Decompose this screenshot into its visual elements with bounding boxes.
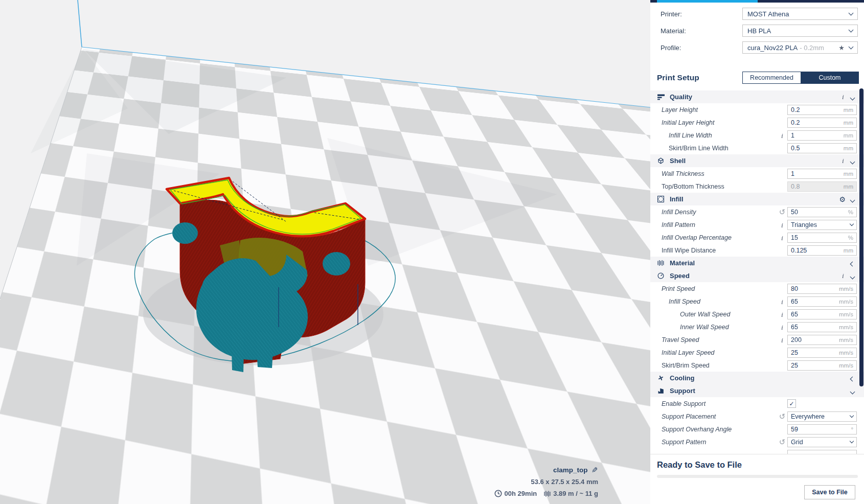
setting-input[interactable]: 1mm	[787, 130, 857, 141]
printer-label: Printer:	[661, 10, 742, 18]
setting-input[interactable]: 0.8mm	[787, 181, 857, 192]
profile-row: Profile: cura_Nov22 PLA - 0.2mm ★	[661, 41, 858, 54]
speed-icon	[657, 272, 667, 279]
chevron-down-icon[interactable]	[848, 271, 857, 281]
chevron-down-icon[interactable]	[848, 195, 857, 204]
setting-dropdown[interactable]: Everywhere	[787, 411, 857, 422]
build-plate-edge-left	[0, 47, 82, 299]
save-to-file-button[interactable]: Save to File	[804, 485, 855, 499]
info-icon[interactable]: i	[838, 272, 848, 280]
setting-label: Infill Wipe Distance	[650, 247, 777, 254]
setting-input[interactable]: 50%	[787, 207, 857, 217]
setting-input[interactable]: 0.5mm	[787, 143, 857, 153]
setting-input[interactable]: 0.2mm	[787, 105, 857, 115]
printer-select[interactable]: MOST Athena	[742, 8, 858, 20]
section-title: Infill	[670, 195, 839, 203]
setting-input[interactable]: 0.2mm	[787, 118, 857, 128]
setting-input[interactable]: 0.125mm	[787, 245, 857, 256]
chevron-down-icon[interactable]	[848, 386, 857, 396]
info-icon[interactable]: i	[781, 336, 783, 344]
3d-viewport[interactable]: clamp_top ✎ 53.6 x 27.5 x 25.4 mm 00h 29…	[0, 0, 650, 504]
section-title: Material	[670, 259, 848, 267]
status-text: Ready to Save to File	[657, 460, 864, 470]
setting-input[interactable]: 80mm/s	[787, 284, 857, 294]
setting-input[interactable]: 65mm/s	[787, 322, 857, 332]
setting-label: Enable Support	[650, 400, 777, 407]
chevron-down-icon	[850, 413, 854, 417]
model-dimensions: 53.6 x 27.5 x 25.4 mm	[494, 476, 598, 488]
chevron-down-icon[interactable]	[848, 93, 857, 102]
info-icon[interactable]: i	[838, 93, 848, 101]
setting-row-infill-speed: Infill Speedi65mm/s	[650, 295, 864, 308]
undo-icon[interactable]: ↺	[779, 208, 786, 216]
setting-label: Infill Overlap Percentage	[650, 234, 777, 241]
setting-input[interactable]: 1mm	[787, 169, 857, 179]
infill-icon	[657, 196, 667, 202]
tab-recommended[interactable]: Recommended	[742, 72, 801, 84]
info-icon[interactable]: i	[781, 132, 783, 140]
setting-label: Support Overhang Angle	[650, 426, 777, 433]
setting-label: Wall Thickness	[650, 170, 777, 177]
checkbox[interactable]: ✓	[787, 399, 796, 408]
star-icon[interactable]: ★	[838, 44, 845, 52]
tab-custom[interactable]: Custom	[801, 72, 859, 84]
profile-value: cura_Nov22 PLA	[747, 44, 798, 52]
profile-select[interactable]: cura_Nov22 PLA - 0.2mm ★	[742, 41, 858, 54]
undo-icon[interactable]: ↺	[779, 412, 786, 421]
chevron-left-icon[interactable]	[848, 374, 857, 383]
info-icon[interactable]: i	[781, 234, 783, 242]
setting-input[interactable]: 65mm/s	[787, 296, 857, 307]
material-select[interactable]: HB PLA	[742, 25, 858, 37]
chevron-down-icon	[850, 221, 854, 225]
section-header-shell[interactable]: Shelli	[650, 154, 864, 167]
setting-label: Infill Line Width	[650, 132, 777, 139]
setting-label: Layer Height	[650, 106, 777, 113]
setting-input[interactable]: 59°	[787, 424, 857, 434]
setting-row-support-placement: Support Placement↺Everywhere	[650, 410, 864, 423]
material-row: Material: HB PLA	[661, 25, 858, 37]
info-icon[interactable]: i	[781, 324, 783, 331]
stage-bar-segment	[650, 0, 657, 3]
setting-label: Initial Layer Speed	[650, 349, 777, 356]
model-hole-right-hatch	[323, 252, 350, 276]
setting-dropdown[interactable]: Grid	[787, 437, 857, 447]
setting-row-wall-thickness: Wall Thickness1mm	[650, 167, 864, 180]
info-icon[interactable]: i	[781, 298, 783, 306]
setting-label: Skirt/Brim Line Width	[650, 145, 777, 152]
section-header-speed[interactable]: Speedi	[650, 269, 864, 282]
setting-row-layer-height: Layer Height0.2mm	[650, 103, 864, 116]
chevron-down-icon[interactable]	[848, 156, 857, 166]
print-setup-title: Print Setup	[657, 73, 742, 82]
section-header-quality[interactable]: Qualityi	[650, 90, 864, 103]
setting-input[interactable]: 25mm/s	[787, 360, 857, 371]
setting-input[interactable]	[787, 450, 857, 454]
cooling-icon	[657, 375, 667, 381]
section-header-material[interactable]: Material	[650, 257, 864, 269]
setting-label: Infill Speed	[650, 298, 777, 305]
chevron-down-icon	[849, 10, 854, 15]
info-icon[interactable]: i	[781, 221, 783, 229]
section-title: Shell	[670, 157, 838, 165]
setting-row-inner-wall-speed: Inner Wall Speedi65mm/s	[650, 320, 864, 333]
gear-icon[interactable]: ⚙	[839, 196, 846, 203]
setting-input[interactable]: 200mm/s	[787, 335, 857, 345]
chevron-left-icon[interactable]	[848, 259, 857, 268]
section-header-cooling[interactable]: Cooling	[650, 372, 864, 384]
setting-input[interactable]: 65mm/s	[787, 309, 857, 319]
model-name: clamp_top	[553, 466, 588, 474]
setting-input[interactable]: 25mm/s	[787, 348, 857, 358]
info-icon[interactable]: i	[838, 157, 848, 165]
setting-label: Outer Wall Speed	[650, 311, 777, 318]
output-panel: Ready to Save to File Save to File	[650, 454, 864, 504]
info-icon[interactable]: i	[781, 311, 783, 318]
pencil-icon[interactable]: ✎	[592, 466, 598, 474]
setting-row-support-pattern: Support Pattern↺Grid	[650, 436, 864, 448]
setting-row-enable-support: Enable Support✓	[650, 397, 864, 410]
setting-dropdown[interactable]: Triangles	[787, 220, 857, 230]
section-header-infill[interactable]: Infill⚙	[650, 193, 864, 205]
setting-row-travel-speed: Travel Speedi200mm/s	[650, 333, 864, 346]
setting-input[interactable]: 15%	[787, 233, 857, 243]
section-header-support[interactable]: Support	[650, 384, 864, 397]
scrollbar-thumb[interactable]	[859, 88, 863, 386]
undo-icon[interactable]: ↺	[779, 438, 786, 446]
